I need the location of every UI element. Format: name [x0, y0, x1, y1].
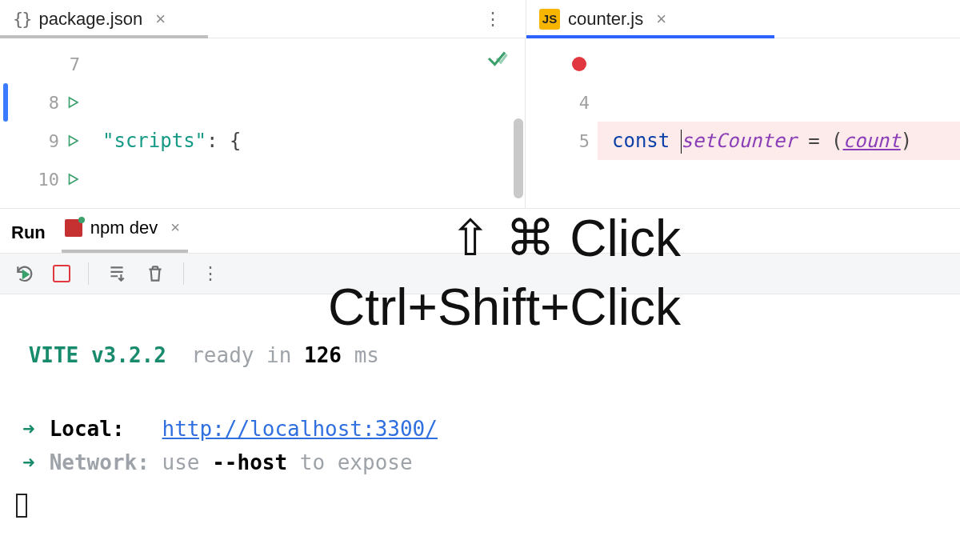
local-url-link[interactable]: http://localhost:3300/ — [162, 412, 438, 446]
scrollbar[interactable] — [514, 118, 523, 198]
breakpoint-icon[interactable] — [572, 57, 586, 71]
npm-icon — [65, 219, 82, 237]
tab-title: counter.js — [568, 9, 643, 30]
stop-button[interactable] — [53, 265, 70, 282]
run-gutter-icon[interactable] — [66, 172, 80, 186]
console-line: ➜ Local: http://localhost:3300/ — [16, 412, 944, 446]
editor-counter-js[interactable]: 4 5 const setCounter = (count) counter =… — [526, 38, 960, 208]
rerun-button[interactable] — [14, 263, 35, 284]
toolbar-separator — [88, 262, 89, 285]
editor-package-json[interactable]: 7 8 9 10 "scripts": { "dev": "vite --por… — [0, 38, 526, 208]
current-line-indicator — [3, 83, 8, 122]
console-output[interactable]: VITE v3.2.2 ready in 126 ms ➜ Local: htt… — [0, 294, 960, 560]
json-file-icon: {} — [13, 9, 31, 29]
run-gutter-icon[interactable] — [66, 134, 80, 148]
run-toolbar: ⋮ — [0, 253, 960, 294]
console-caret — [16, 494, 27, 518]
toolbar-separator — [183, 262, 184, 285]
inspection-ok-icon[interactable] — [485, 46, 509, 70]
code-area[interactable]: const setCounter = (count) counter = cou… — [598, 38, 960, 208]
console-line: VITE v3.2.2 ready in 126 ms — [16, 338, 944, 372]
run-config-name: npm dev — [90, 218, 158, 238]
js-file-icon: JS — [539, 9, 560, 30]
line-number: 7 — [53, 54, 80, 74]
gutter[interactable]: 7 8 9 10 — [0, 38, 88, 208]
close-tab-icon[interactable]: × — [150, 6, 170, 33]
gutter[interactable]: 4 5 — [526, 38, 598, 208]
toolbar-more-icon[interactable]: ⋮ — [202, 263, 221, 284]
line-number: 8 — [32, 93, 59, 113]
run-panel-header: Run npm dev × — [0, 208, 960, 253]
line-number: 10 — [32, 170, 59, 190]
line-number: 5 — [562, 131, 590, 151]
tab-package-json[interactable]: {} package.json × ⋮ — [0, 0, 526, 38]
tab-title: package.json — [39, 9, 143, 30]
run-config-tab[interactable]: npm dev × — [62, 209, 188, 253]
close-run-tab-icon[interactable]: × — [166, 215, 185, 240]
run-panel-label: Run — [11, 222, 46, 253]
line-number: 4 — [562, 93, 590, 113]
tab-more-icon[interactable]: ⋮ — [474, 6, 513, 33]
console-line: ➜ Network: use --host to expose — [16, 446, 944, 479]
run-gutter-icon[interactable] — [66, 95, 80, 110]
close-tab-icon[interactable]: × — [651, 6, 671, 33]
line-number: 9 — [32, 131, 59, 151]
tab-counter-js[interactable]: JS counter.js × — [526, 0, 960, 38]
code-area[interactable]: "scripts": { "dev": "vite --port 3300", … — [88, 38, 525, 208]
scroll-to-end-button[interactable] — [106, 263, 127, 284]
clear-all-button[interactable] — [145, 263, 166, 284]
